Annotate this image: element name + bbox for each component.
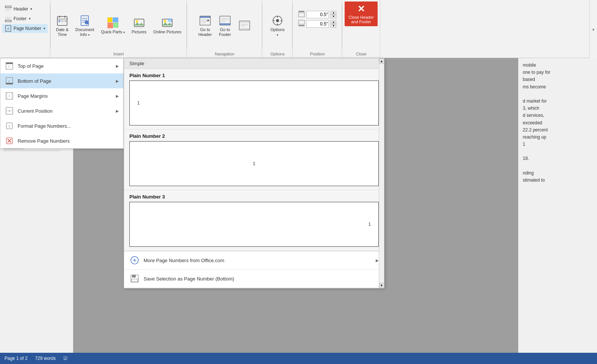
ribbon-collapse-icon: ▲ [592,27,595,31]
options-section: Options▾ Options [262,0,292,58]
pictures-button[interactable]: Pictures [129,15,150,36]
go-to-header-icon [199,15,211,27]
position-group: ▲ ▼ ▲ ▼ [295,9,339,29]
date-time-label: Date &Time [56,27,69,37]
top-position-down[interactable]: ▼ [330,15,336,18]
go-to-footer-button[interactable]: Go toFooter [216,13,234,39]
close-section-label: Close [356,50,366,56]
svg-rect-26 [114,23,118,27]
header-button[interactable]: Header ▾ [2,4,48,13]
bottom-position-up[interactable]: ▲ [330,20,336,24]
more-page-numbers-button[interactable]: More Page Numbers from Office.com ▶ [124,251,384,270]
svg-rect-81 [132,279,138,282]
nav-extra-button[interactable] [235,18,254,34]
svg-rect-58 [6,63,13,64]
menu-item-bottom-of-page[interactable]: 1 Bottom of Page ▶ [0,73,123,88]
save-selection-label: Save Selection as Page Number (Bottom) [144,276,234,282]
svg-point-30 [164,20,166,22]
plain-number-2-preview: 1 [129,141,379,186]
doc-right-panel: mobile one to pay for based ms become d … [518,58,597,353]
page-number-label: Page Number [14,26,41,31]
status-bar: Page 1 of 2 729 words ☑ [0,353,597,364]
ribbon: Header ▾ Footer ▾ [0,0,597,58]
menu-item-page-margins[interactable]: 1 Page Margins ▶ [0,88,123,103]
menu-item-remove-page-numbers[interactable]: Remove Page Numbers [0,133,123,148]
current-position-arrow: ▶ [116,109,119,113]
document-info-label: DocumentInfo ▾ [75,27,94,37]
options-icon [272,15,284,27]
format-page-numbers-label: Format Page Numbers... [18,123,71,129]
plain-number-3-num: 1 [368,222,371,227]
plain-number-2-num: 1 [253,161,255,166]
svg-text:1: 1 [9,110,10,112]
svg-point-49 [276,19,279,22]
svg-text:@: @ [169,19,171,22]
more-page-numbers-icon [129,255,140,266]
go-to-header-button[interactable]: Go toHeader [195,13,215,39]
svg-text:1: 1 [8,65,10,68]
page-number-menu: 1 Top of Page ▶ 1 Bottom of Page ▶ 1 Pag… [0,58,124,149]
navigation-buttons: Go toHeader Go toFooter [195,1,254,50]
svg-point-28 [136,20,138,22]
menu-item-current-position[interactable]: 1 Current Position ▶ [0,103,123,118]
close-header-footer-button[interactable]: ✕ Close Headerand Footer [345,1,377,26]
spell-check: ☑ [63,356,68,361]
svg-rect-45 [239,28,250,30]
current-position-icon: 1 [5,106,14,115]
submenu-plain-number-1[interactable]: Plain Number 1 1 [124,69,384,130]
document-info-icon: i [79,15,91,27]
page-margins-label: Page Margins [18,93,48,99]
submenu-plain-number-3[interactable]: Plain Number 3 1 [124,190,384,251]
options-buttons: Options▾ [267,1,288,50]
document-info-button[interactable]: i DocumentInfo ▾ [72,13,97,39]
plain-number-3-title: Plain Number 3 [129,194,379,200]
svg-rect-56 [298,20,304,24]
svg-rect-7 [5,20,11,22]
submenu-plain-number-2[interactable]: Plain Number 2 1 [124,130,384,190]
quick-parts-button[interactable]: Quick Parts ▾ [98,15,128,36]
ribbon-collapse-button[interactable]: ▲ [590,0,597,58]
save-selection-icon [129,273,140,284]
date-time-button[interactable]: Date &Time [53,13,72,39]
page-info: Page 1 of 2 [4,356,27,361]
svg-rect-16 [64,20,66,22]
close-icon: ✕ [357,4,365,14]
top-position-up[interactable]: ▲ [330,11,336,15]
menu-item-top-of-page[interactable]: 1 Top of Page ▶ [0,58,123,73]
top-position-input[interactable] [306,11,329,18]
navigation-section: Go toHeader Go toFooter [187,0,262,58]
bottom-position-down[interactable]: ▼ [330,24,336,28]
svg-rect-54 [298,11,304,12]
bottom-margin-icon [298,20,305,28]
svg-rect-24 [113,18,118,22]
menu-item-format-page-numbers[interactable]: 1 Format Page Numbers... [0,118,123,133]
top-margin-icon [298,10,305,18]
page-number-icon: # [4,25,12,32]
online-pictures-button[interactable]: @ Online Pictures [150,15,184,36]
svg-rect-33 [200,16,210,18]
insert-section: Date &Time i DocumentInfo ▾ [51,0,187,58]
submenu-scrollbar: ▲ ▼ [379,58,384,288]
svg-rect-57 [298,25,304,26]
pictures-label: Pictures [132,30,147,34]
word-count: 729 words [35,356,56,361]
page-number-dropdown-arrow: ▾ [44,27,45,30]
svg-rect-80 [132,275,136,277]
bottom-position-input[interactable] [306,20,329,28]
save-selection-button[interactable]: Save Selection as Page Number (Bottom) [124,270,384,288]
scrollbar-down[interactable]: ▼ [379,283,384,288]
options-button[interactable]: Options▾ [267,13,288,39]
bottom-of-page-icon: 1 [5,76,14,85]
scrollbar-up[interactable]: ▲ [379,58,384,64]
bottom-position-row: ▲ ▼ [298,20,336,28]
footer-button[interactable]: Footer ▾ [2,14,48,23]
page-number-button[interactable]: # Page Number ▾ [2,24,48,33]
insert-section-label: Insert [113,50,124,56]
remove-page-numbers-icon [5,136,14,145]
top-of-page-arrow: ▶ [116,64,119,68]
svg-rect-39 [220,23,230,25]
options-section-label: Options [270,50,285,56]
quick-parts-icon [107,17,119,29]
date-time-icon [56,15,68,27]
svg-text:1: 1 [8,124,10,128]
